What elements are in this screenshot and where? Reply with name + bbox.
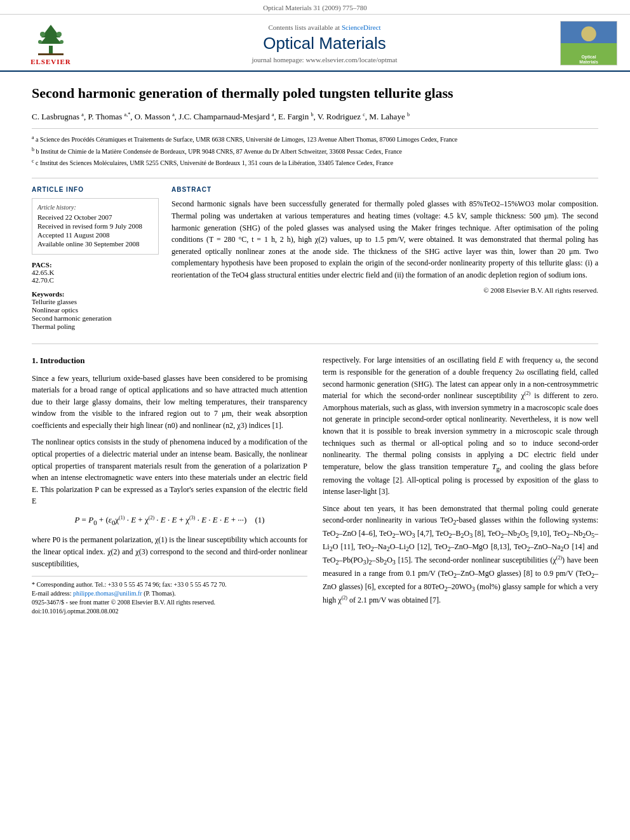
available-date: Available online 30 September 2008 — [37, 240, 153, 248]
journal-citation: Optical Materials 31 (2009) 775–780 — [263, 4, 367, 11]
elsevier-text: ELSEVIER — [30, 58, 71, 65]
journal-cover-image: Optical Materials — [560, 21, 617, 65]
revised-date: Received in revised form 9 July 2008 — [37, 222, 153, 230]
intro-paragraph-1: Since a few years, tellurium oxide-based… — [32, 373, 307, 432]
journal-title: Optical Materials — [89, 34, 560, 53]
email-link[interactable]: philippe.thomas@unilim.fr — [73, 590, 142, 597]
journal-homepage: journal homepage: www.elsevier.com/locat… — [89, 56, 560, 63]
footnote-doi: doi:10.1016/j.optmat.2008.08.002 — [32, 607, 307, 616]
keyword-4: Thermal poling — [32, 323, 159, 330]
article-history-box: Article history: Received 22 October 200… — [32, 198, 159, 255]
article-info-label: ARTICLE INFO — [32, 186, 159, 193]
journal-header: ELSEVIER Contents lists available at Sci… — [0, 15, 630, 72]
contents-line: Contents lists available at ScienceDirec… — [89, 23, 560, 31]
pacs-value-1: 42.65.K — [32, 269, 159, 276]
main-content: Second harmonic generation of thermally … — [0, 72, 630, 629]
svg-point-6 — [38, 40, 42, 44]
top-bar: Optical Materials 31 (2009) 775–780 — [0, 0, 630, 15]
affiliations: a a Science des Procédés Céramiques et T… — [32, 128, 598, 168]
sciencedirect-link[interactable]: ScienceDirect — [342, 23, 381, 31]
svg-rect-3 — [38, 53, 64, 55]
intro-heading: 1. Introduction — [32, 354, 307, 367]
keywords-label: Keywords: — [32, 290, 159, 298]
footnote-email: E-mail address: philippe.thomas@unilim.f… — [32, 589, 307, 598]
intro-paragraph-2: The nonlinear optics consists in the stu… — [32, 436, 307, 507]
journal-center: Contents lists available at ScienceDirec… — [89, 23, 560, 63]
pacs-label: PACS: — [32, 261, 159, 269]
article-title: Second harmonic generation of thermally … — [32, 84, 598, 103]
history-label: Article history: — [37, 204, 153, 211]
pacs-section: PACS: 42.65.K 42.70.C — [32, 261, 159, 284]
affiliation-c: c c Institut des Sciences Moléculaires, … — [32, 157, 598, 168]
email-author: (P. Thomas). — [144, 590, 176, 597]
abstract-text: Second harmonic signals have been succes… — [171, 198, 598, 281]
footnotes: * Corresponding author. Tel.: +33 0 5 55… — [32, 576, 307, 616]
right-body-column: respectively. For large intensities of a… — [323, 354, 598, 616]
received-date: Received 22 October 2007 — [37, 213, 153, 221]
svg-rect-0 — [49, 46, 53, 53]
body-content: 1. Introduction Since a few years, tellu… — [32, 354, 598, 616]
svg-point-5 — [57, 32, 62, 37]
authors: C. Lasbrugnas a, P. Thomas a,*, O. Masso… — [32, 110, 598, 124]
svg-text:Optical: Optical — [581, 55, 596, 60]
keywords-section: Keywords: Tellurite glasses Nonlinear op… — [32, 290, 159, 330]
affiliation-b: b b Institut de Chimie de la Matière Con… — [32, 146, 598, 156]
svg-text:Materials: Materials — [579, 60, 598, 64]
pacs-value-2: 42.70.C — [32, 276, 159, 284]
copyright: © 2008 Elsevier B.V. All rights reserved… — [171, 286, 598, 294]
intro-paragraph-3: where P0 is the permanent polarization, … — [32, 534, 307, 570]
accepted-date: Accepted 11 August 2008 — [37, 231, 153, 239]
abstract-column: ABSTRACT Second harmonic signals have be… — [171, 186, 598, 331]
keyword-1: Tellurite glasses — [32, 298, 159, 305]
elsevier-tree-icon — [29, 22, 73, 57]
left-body-column: 1. Introduction Since a few years, tellu… — [32, 354, 307, 616]
svg-point-4 — [40, 32, 45, 37]
article-info-column: ARTICLE INFO Article history: Received 2… — [32, 186, 159, 331]
section-divider — [32, 343, 598, 344]
right-paragraph-2: Since about ten years, it has been demon… — [323, 503, 598, 606]
right-paragraph-1: respectively. For large intensities of a… — [323, 354, 598, 497]
footnote-issn: 0925-3467/$ - see front matter © 2008 El… — [32, 598, 307, 607]
abstract-label: ABSTRACT — [171, 186, 598, 193]
affiliation-a: a a Science des Procédés Céramiques et T… — [32, 134, 598, 144]
article-info-abstract: ARTICLE INFO Article history: Received 2… — [32, 178, 598, 331]
nevertheless-word: Nevertheless — [510, 415, 549, 423]
keyword-2: Nonlinear optics — [32, 306, 159, 314]
elsevier-logo: ELSEVIER — [13, 22, 89, 65]
svg-point-7 — [60, 40, 64, 44]
keyword-3: Second harmonic generation — [32, 314, 159, 322]
svg-point-11 — [581, 27, 596, 41]
formula-1: P = P0 + (ε0χ(1) · E + χ(2) · E · E + χ(… — [32, 514, 307, 528]
cover-image-svg: Optical Materials — [561, 21, 617, 65]
footnote-corresponding: * Corresponding author. Tel.: +33 0 5 55… — [32, 580, 307, 589]
